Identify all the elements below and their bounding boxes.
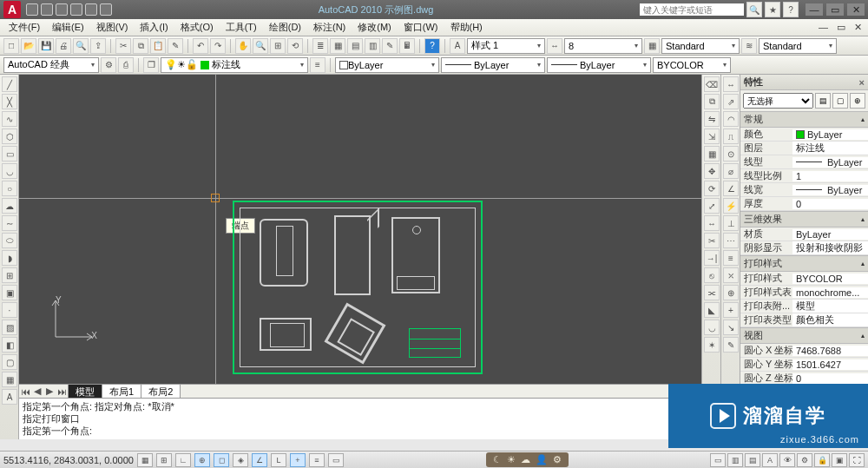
textstyle-combo[interactable]: 样式 1▾ bbox=[467, 38, 545, 54]
properties-icon[interactable]: ≣ bbox=[312, 38, 328, 54]
save-icon[interactable]: 💾 bbox=[38, 38, 54, 54]
arc-icon[interactable]: ◡ bbox=[2, 163, 17, 179]
copy-icon[interactable]: ⧉ bbox=[133, 38, 148, 54]
open-icon[interactable]: 📂 bbox=[21, 38, 36, 54]
property-value[interactable]: ByLayer bbox=[792, 229, 868, 240]
property-row[interactable]: 材质ByLayer bbox=[740, 227, 868, 241]
menu-help[interactable]: 帮助(H) bbox=[445, 21, 488, 34]
textstyle-icon[interactable]: A bbox=[450, 38, 465, 54]
quickview-d-icon[interactable]: ▤ bbox=[745, 453, 760, 467]
properties-selection-combo[interactable]: 无选择 bbox=[743, 93, 813, 109]
menu-insert[interactable]: 插入(I) bbox=[135, 21, 173, 34]
moon-icon[interactable]: ☾ bbox=[493, 454, 502, 465]
redo-icon[interactable]: ↷ bbox=[210, 38, 226, 54]
qat-print-icon[interactable] bbox=[100, 3, 112, 16]
property-value[interactable]: 7468.7688 bbox=[792, 346, 868, 356]
group-view[interactable]: 视图▴ bbox=[740, 327, 868, 344]
dimrad-icon[interactable]: ⊙ bbox=[723, 146, 739, 161]
calc-icon[interactable]: 🖩 bbox=[399, 38, 415, 54]
dimstyle-combo[interactable]: 8▾ bbox=[564, 38, 642, 54]
property-value[interactable]: monochrome... bbox=[792, 287, 868, 298]
grid-toggle[interactable]: ⊞ bbox=[156, 453, 172, 467]
ellipse-icon[interactable]: ⬭ bbox=[2, 233, 17, 248]
dimedit-icon[interactable]: ✎ bbox=[723, 337, 739, 353]
markup-icon[interactable]: ✎ bbox=[382, 38, 398, 54]
lock-ui-icon[interactable]: 🔒 bbox=[814, 453, 830, 467]
property-row[interactable]: 打印样式BYCOLOR bbox=[740, 272, 868, 286]
property-row[interactable]: 线型比例1 bbox=[740, 169, 868, 183]
rotate-icon[interactable]: ⟳ bbox=[704, 181, 720, 196]
tab-model[interactable]: 模型 bbox=[68, 384, 102, 399]
polygon-icon[interactable]: ⬡ bbox=[2, 129, 17, 144]
dimang-icon[interactable]: ∠ bbox=[723, 181, 739, 196]
xline-icon[interactable]: ╳ bbox=[2, 94, 17, 109]
menu-edit[interactable]: 编辑(E) bbox=[47, 21, 89, 34]
polar-toggle[interactable]: ⊕ bbox=[194, 453, 210, 467]
group-general[interactable]: 常规▴ bbox=[740, 111, 868, 128]
group-plot[interactable]: 打印样式▴ bbox=[740, 255, 868, 272]
tab-last-icon[interactable]: ⏭ bbox=[56, 386, 68, 397]
region-icon[interactable]: ▢ bbox=[2, 354, 17, 370]
menu-format[interactable]: 格式(O) bbox=[175, 21, 219, 34]
quickview-l-icon[interactable]: ▥ bbox=[727, 453, 743, 467]
dimbreak-icon[interactable]: ⤫ bbox=[723, 267, 739, 283]
tab-layout1[interactable]: 布局1 bbox=[102, 384, 141, 399]
property-row[interactable]: 圆心 Y 坐标1501.6427 bbox=[740, 358, 868, 372]
menu-view[interactable]: 视图(V) bbox=[91, 21, 134, 34]
tab-first-icon[interactable]: ⏮ bbox=[19, 386, 31, 397]
help-icon[interactable]: ? bbox=[424, 38, 440, 54]
array-icon[interactable]: ▦ bbox=[704, 146, 720, 161]
property-value[interactable]: 0 bbox=[792, 199, 868, 209]
linetype-combo[interactable]: ByLayer▾ bbox=[441, 57, 545, 73]
property-value[interactable]: 标注线 bbox=[792, 142, 868, 155]
leader-icon[interactable]: ↘ bbox=[723, 320, 739, 335]
property-value[interactable]: ByLayer bbox=[792, 129, 868, 140]
ortho-toggle[interactable]: ∟ bbox=[175, 453, 191, 467]
snap-toggle[interactable]: ▦ bbox=[137, 453, 153, 467]
erase-icon[interactable]: ⌫ bbox=[704, 76, 720, 92]
property-value[interactable]: BYCOLOR bbox=[792, 274, 868, 284]
join-icon[interactable]: ⫘ bbox=[704, 285, 720, 300]
app-logo[interactable]: A bbox=[3, 1, 21, 18]
annovis-icon[interactable]: 👁 bbox=[779, 453, 795, 467]
menu-dim[interactable]: 标注(N) bbox=[308, 21, 351, 34]
qat-save-icon[interactable] bbox=[56, 3, 68, 16]
dcenter-icon[interactable]: ▦ bbox=[330, 38, 345, 54]
annoscale-icon[interactable]: A bbox=[762, 453, 778, 467]
circle-icon[interactable]: ○ bbox=[2, 181, 17, 196]
block-icon[interactable]: ▣ bbox=[2, 285, 17, 300]
property-row[interactable]: 打印样式表monochrome... bbox=[740, 286, 868, 300]
property-value[interactable]: 模型 bbox=[792, 300, 868, 313]
modelspace-toggle[interactable]: ▭ bbox=[710, 453, 726, 467]
properties-close-icon[interactable]: × bbox=[859, 77, 865, 88]
lwt-toggle[interactable]: ≡ bbox=[309, 453, 325, 467]
break-icon[interactable]: ⎋ bbox=[704, 267, 720, 283]
chamfer-icon[interactable]: ◣ bbox=[704, 302, 720, 318]
property-row[interactable]: 阴影显示投射和接收阴影 bbox=[740, 241, 868, 255]
color-combo[interactable]: ByLayer▾ bbox=[335, 57, 439, 73]
ws-switch-icon[interactable]: ⚙ bbox=[797, 453, 812, 467]
doc-close-button[interactable]: ✕ bbox=[852, 22, 865, 33]
offset-icon[interactable]: ⇲ bbox=[704, 129, 720, 144]
matchprop-icon[interactable]: ✎ bbox=[168, 38, 183, 54]
property-value[interactable]: ByLayer bbox=[792, 157, 868, 168]
cloud-icon[interactable]: ☁ bbox=[521, 454, 530, 465]
drawing-canvas[interactable]: 端点 Y X bbox=[19, 75, 701, 384]
ducs-toggle[interactable]: L bbox=[271, 453, 286, 467]
gear-icon[interactable]: ⚙ bbox=[553, 454, 562, 465]
point-icon[interactable]: · bbox=[2, 302, 17, 318]
move-icon[interactable]: ✥ bbox=[704, 163, 720, 179]
line-icon[interactable]: ╱ bbox=[2, 76, 17, 92]
layer-combo[interactable]: 💡 ☀ 🔓 标注线 ▾ bbox=[161, 57, 308, 73]
extend-icon[interactable]: →| bbox=[704, 250, 720, 266]
ssm-icon[interactable]: ▥ bbox=[365, 38, 380, 54]
menu-draw[interactable]: 绘图(D) bbox=[264, 21, 306, 34]
insert-icon[interactable]: ⊞ bbox=[2, 267, 17, 283]
property-row[interactable]: 图层标注线 bbox=[740, 142, 868, 155]
sun-icon[interactable]: ☀ bbox=[507, 454, 516, 465]
dimqck-icon[interactable]: ⚡ bbox=[723, 198, 739, 214]
property-row[interactable]: 打印表附...模型 bbox=[740, 300, 868, 313]
cleanscreen-icon[interactable]: ⛶ bbox=[849, 453, 865, 467]
layer-props-icon[interactable]: ❐ bbox=[143, 57, 159, 73]
lineweight-combo[interactable]: ByLayer▾ bbox=[547, 57, 651, 73]
